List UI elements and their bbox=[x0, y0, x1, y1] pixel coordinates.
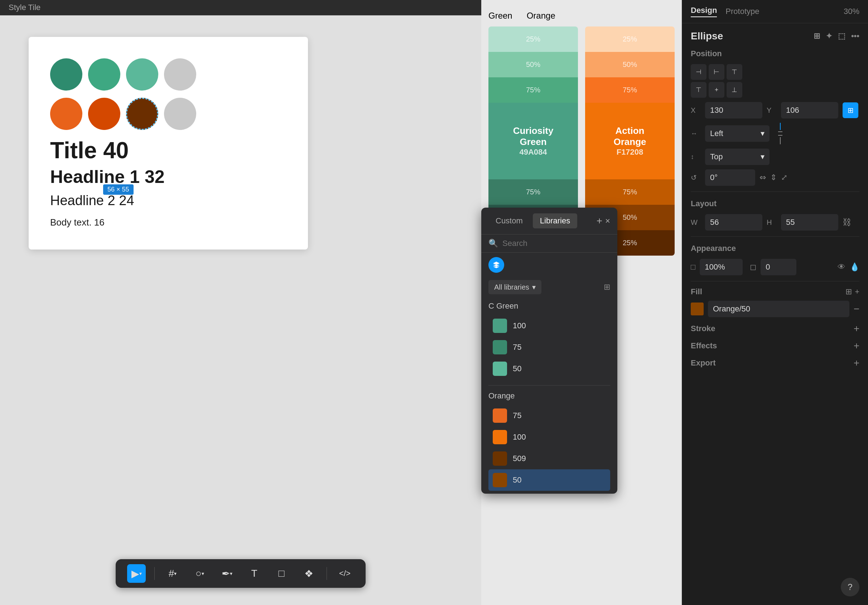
color-swatch bbox=[493, 452, 507, 466]
vector-icon[interactable]: ✦ bbox=[826, 31, 832, 41]
component-tool[interactable]: ❖ bbox=[299, 564, 318, 583]
tab-custom[interactable]: Custom bbox=[488, 214, 530, 228]
circle-gray-2[interactable] bbox=[164, 98, 196, 130]
align-center-v-btn[interactable]: + bbox=[708, 82, 724, 98]
fill-remove-button[interactable]: − bbox=[854, 303, 859, 315]
tab-prototype[interactable]: Prototype bbox=[725, 7, 759, 16]
radius-input[interactable] bbox=[761, 259, 797, 275]
appearance-icons: 👁 💧 bbox=[837, 262, 859, 272]
color-name: 100 bbox=[513, 432, 526, 442]
right-panel-header: Design Prototype 30% bbox=[682, 0, 868, 23]
list-item[interactable]: 100 bbox=[488, 426, 610, 448]
circle-teal-mid[interactable] bbox=[88, 58, 120, 91]
color-swatch bbox=[493, 362, 507, 376]
list-item[interactable]: 100 bbox=[488, 315, 610, 336]
orange-swatch-75b: 75% bbox=[585, 179, 675, 205]
fill-style-icon[interactable]: ⊞ bbox=[845, 287, 852, 296]
circle-orange-1[interactable] bbox=[50, 98, 82, 130]
frame-icon[interactable]: ⬚ bbox=[838, 31, 845, 41]
align-center-h-btn[interactable]: ⊢ bbox=[708, 64, 724, 80]
tab-design[interactable]: Design bbox=[691, 6, 717, 17]
circle-gray-1[interactable] bbox=[164, 58, 196, 91]
text-tool[interactable]: T bbox=[245, 564, 264, 583]
x-input[interactable] bbox=[705, 102, 763, 119]
color-row-1 bbox=[50, 58, 287, 91]
color-name: 50 bbox=[513, 364, 521, 373]
canvas-area: Style Tile 56 × 55 Title 40 Headline 1 3… bbox=[0, 0, 481, 605]
grid-icon[interactable]: ⊞ bbox=[814, 31, 820, 41]
orange-section-label: Orange bbox=[488, 391, 610, 401]
list-item-selected[interactable]: 50 bbox=[488, 469, 610, 491]
library-close-button[interactable]: × bbox=[605, 216, 610, 226]
flip-d-icon[interactable]: ⤢ bbox=[781, 173, 787, 182]
fill-name-input[interactable] bbox=[708, 301, 849, 317]
orange-swatch-main: Action Orange F17208 bbox=[585, 103, 675, 179]
color-name: 75 bbox=[513, 411, 521, 420]
fill-add-icon[interactable]: + bbox=[855, 287, 859, 296]
opacity-drop-icon[interactable]: 💧 bbox=[850, 262, 859, 272]
color-name: 509 bbox=[513, 454, 526, 463]
library-add-button[interactable]: + bbox=[597, 215, 602, 227]
palette-area: Green Orange 25% 50% 75% Curiosity Green… bbox=[481, 0, 682, 605]
select-tool[interactable]: ▶▾ bbox=[127, 564, 146, 583]
green-swatch-75: 75% bbox=[488, 77, 578, 103]
align-bottom-btn[interactable]: ⊥ bbox=[727, 82, 742, 98]
list-item[interactable]: 509 bbox=[488, 448, 610, 469]
right-panel: Design Prototype 30% Ellipse ⊞ ✦ ⬚ ••• P… bbox=[682, 0, 868, 605]
code-tool[interactable]: </> bbox=[336, 564, 354, 583]
toolbar: ▶▾ #▾ ○▾ ✒▾ T □ ❖ </> bbox=[116, 559, 366, 588]
library-panel: Custom Libraries + × 🔍 All libraries ▾ ⊞… bbox=[481, 207, 617, 494]
fill-swatch-row: − bbox=[691, 301, 859, 317]
y-input[interactable] bbox=[781, 102, 838, 119]
library-header: Custom Libraries + × bbox=[481, 207, 617, 235]
stroke-add-button[interactable]: + bbox=[854, 323, 859, 334]
more-icon[interactable]: ••• bbox=[851, 31, 859, 41]
canvas-content[interactable]: 56 × 55 Title 40 Headline 1 32 Headline … bbox=[0, 15, 481, 605]
flip-v-icon[interactable]: ⇕ bbox=[770, 173, 777, 182]
export-add-button[interactable]: + bbox=[854, 357, 859, 369]
pen-tool[interactable]: ✒▾ bbox=[218, 564, 236, 583]
grid-view-icon[interactable]: ⊞ bbox=[604, 282, 610, 292]
align-left-btn[interactable]: ⊣ bbox=[691, 64, 707, 80]
color-swatch bbox=[493, 473, 507, 487]
library-search-bar: 🔍 bbox=[481, 235, 617, 253]
opacity-input[interactable] bbox=[700, 259, 742, 275]
help-button[interactable]: ? bbox=[841, 578, 859, 596]
list-item[interactable]: 50 bbox=[488, 358, 610, 379]
align-right-btn[interactable]: ⊤ bbox=[727, 64, 742, 80]
w-input[interactable] bbox=[705, 214, 763, 231]
link-wh-icon[interactable]: ⛓ bbox=[843, 217, 851, 227]
appearance-row: □ ◻ 👁 💧 bbox=[691, 259, 859, 275]
fill-color-swatch[interactable] bbox=[691, 302, 704, 316]
size-badge: 56 × 55 bbox=[103, 184, 133, 195]
color-swatch bbox=[493, 430, 507, 444]
circle-teal-dark[interactable] bbox=[50, 58, 82, 91]
w-label: W bbox=[691, 218, 701, 227]
visibility-icon[interactable]: 👁 bbox=[837, 262, 845, 272]
h-align-group: ⊣ ⊢ ⊤ ⊤ + ⊥ bbox=[691, 64, 859, 98]
figma-community-icon[interactable] bbox=[488, 257, 504, 273]
circle-orange-2[interactable] bbox=[88, 98, 120, 130]
h-input[interactable] bbox=[781, 214, 838, 231]
circle-teal-light[interactable] bbox=[126, 58, 158, 91]
flip-h-icon[interactable]: ⇔ bbox=[760, 173, 766, 182]
constraint-v-dropdown[interactable]: Top ▾ bbox=[705, 149, 770, 165]
align-top-btn[interactable]: ⊤ bbox=[691, 82, 707, 98]
orange-swatch-75: 75% bbox=[585, 77, 675, 103]
constraint-h-dropdown[interactable]: Left ▾ bbox=[705, 125, 770, 142]
color-name: 50 bbox=[513, 475, 521, 485]
comment-tool[interactable]: □ bbox=[272, 564, 291, 583]
circle-brown-selected[interactable] bbox=[126, 98, 158, 130]
list-item[interactable]: 75 bbox=[488, 336, 610, 358]
rotation-input[interactable] bbox=[705, 169, 755, 186]
all-libraries-filter[interactable]: All libraries ▾ bbox=[488, 280, 541, 294]
green-swatch-75b: 75% bbox=[488, 179, 578, 205]
divider-2 bbox=[691, 236, 859, 237]
tab-libraries[interactable]: Libraries bbox=[533, 214, 577, 228]
pin-button[interactable]: ⊞ bbox=[843, 102, 858, 118]
list-item[interactable]: 75 bbox=[488, 405, 610, 426]
frame-tool[interactable]: #▾ bbox=[163, 564, 182, 583]
search-input[interactable] bbox=[502, 239, 610, 248]
shape-tool[interactable]: ○▾ bbox=[191, 564, 209, 583]
effects-add-button[interactable]: + bbox=[854, 340, 859, 351]
